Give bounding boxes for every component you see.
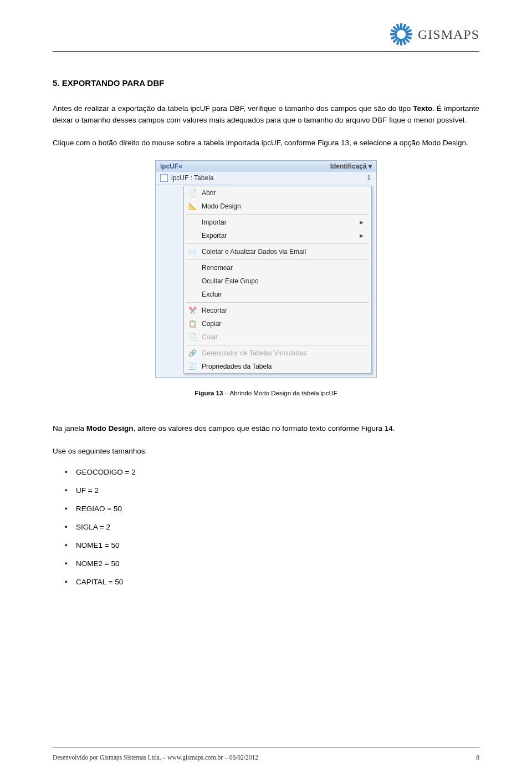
paragraph-2: Clique com o botão direito do mouse sobr… bbox=[53, 138, 479, 149]
svg-rect-3 bbox=[406, 33, 412, 35]
menu-renomear-label: Renomear bbox=[202, 264, 233, 272]
figure-13-caption: Figura 13 – Abrindo Modo Design da tabel… bbox=[53, 389, 479, 399]
size-item-geocodigo: GEOCODIGO = 2 bbox=[76, 468, 479, 476]
footer-left: Desenvolvido por Gismaps Sistemas Ltda. … bbox=[53, 754, 258, 761]
copy-icon: 📋 bbox=[187, 319, 197, 328]
design-icon: 📐 bbox=[187, 202, 197, 211]
para1-bold: Texto bbox=[413, 104, 432, 113]
menu-gerenciador: 🔗Gerenciador de Tabelas Vinculadas bbox=[184, 347, 371, 360]
export-icon bbox=[187, 231, 197, 240]
import-icon bbox=[187, 218, 197, 227]
paragraph-3: Na janela Modo Design, altere os valores… bbox=[53, 423, 479, 435]
footer-divider bbox=[53, 747, 479, 747]
para3-bold: Modo Design bbox=[86, 424, 134, 432]
menu-coletar[interactable]: ✉️Coletar e Atualizar Dados via Email bbox=[184, 245, 371, 258]
menu-abrir-label: Abrir bbox=[202, 189, 216, 197]
menu-coletar-label: Coletar e Atualizar Dados via Email bbox=[202, 248, 306, 256]
size-item-regiao: REGIAO = 50 bbox=[76, 505, 479, 513]
open-icon: 📄 bbox=[187, 189, 197, 197]
paragraph-1: Antes de realizar a exportação da tabela… bbox=[53, 103, 479, 126]
menu-excluir[interactable]: Excluir bbox=[184, 288, 371, 301]
menu-copiar-label: Copiar bbox=[202, 320, 221, 328]
cut-icon: ✂️ bbox=[187, 306, 197, 315]
tab-label: Identificaçã bbox=[330, 162, 367, 170]
para3-a: Na janela bbox=[53, 424, 86, 432]
menu-colar: 📄Colar bbox=[184, 330, 371, 344]
size-item-capital: CAPITAL = 50 bbox=[76, 578, 479, 586]
menu-renomear[interactable]: Renomear bbox=[184, 261, 371, 274]
menu-copiar[interactable]: 📋Copiar bbox=[184, 317, 371, 330]
nav-pane-title: ipcUF bbox=[160, 162, 178, 170]
svg-rect-2 bbox=[390, 33, 397, 35]
paste-icon: 📄 bbox=[187, 333, 197, 342]
header-divider bbox=[53, 51, 479, 52]
para3-c: , altere os valores dos campos que estão… bbox=[134, 424, 395, 432]
size-item-sigla: SIGLA = 2 bbox=[76, 523, 479, 531]
row-number: 1 bbox=[233, 172, 376, 182]
properties-icon: 🧾 bbox=[187, 362, 197, 371]
menu-importar-label: Importar bbox=[202, 218, 227, 226]
menu-recortar-label: Recortar bbox=[202, 307, 227, 314]
logo: GISMAPS bbox=[389, 22, 479, 47]
logo-text: GISMAPS bbox=[418, 27, 479, 42]
footer-page-number: 8 bbox=[476, 754, 479, 761]
delete-icon bbox=[187, 290, 197, 299]
hide-icon bbox=[187, 277, 197, 286]
nav-pane-chevron-icon: « bbox=[178, 162, 182, 170]
size-item-nome2: NOME2 = 50 bbox=[76, 559, 479, 568]
menu-exportar-label: Exportar bbox=[202, 232, 227, 240]
menu-modo-design[interactable]: 📐Modo Design bbox=[184, 200, 371, 213]
email-icon: ✉️ bbox=[187, 247, 197, 256]
size-item-uf: UF = 2 bbox=[76, 486, 479, 495]
section-heading: 5. EXPORTANDO PARA DBF bbox=[53, 78, 479, 88]
page-header: GISMAPS bbox=[53, 22, 479, 47]
caption-rest: – Abrindo Modo Design da tabela ipcUF bbox=[223, 390, 337, 396]
menu-excluir-label: Excluir bbox=[202, 291, 222, 298]
table-icon bbox=[160, 174, 168, 182]
chevron-right-icon: ▶ bbox=[360, 233, 364, 238]
page-footer: Desenvolvido por Gismaps Sistemas Ltda. … bbox=[53, 754, 479, 761]
menu-exportar[interactable]: Exportar▶ bbox=[184, 229, 371, 242]
menu-propriedades[interactable]: 🧾Propriedades da Tabela bbox=[184, 360, 371, 373]
gismaps-logo-icon bbox=[389, 22, 413, 47]
svg-rect-0 bbox=[400, 23, 402, 30]
svg-rect-1 bbox=[400, 39, 402, 45]
menu-colar-label: Colar bbox=[202, 333, 218, 341]
menu-importar[interactable]: Importar▶ bbox=[184, 216, 371, 229]
para1-part-a: Antes de realizar a exportação da tabela… bbox=[53, 104, 413, 113]
menu-abrir[interactable]: 📄Abrir bbox=[184, 186, 371, 200]
nav-pane-header: ipcUF « Identificaçã ▾ bbox=[156, 161, 376, 172]
menu-ocultar-label: Ocultar Este Grupo bbox=[202, 277, 259, 285]
menu-gerenciador-label: Gerenciador de Tabelas Vinculadas bbox=[202, 349, 306, 357]
menu-ocultar[interactable]: Ocultar Este Grupo bbox=[184, 274, 371, 288]
caption-prefix: Figura 13 bbox=[195, 390, 223, 396]
chevron-right-icon: ▶ bbox=[360, 220, 364, 225]
linked-tables-icon: 🔗 bbox=[187, 349, 197, 358]
context-menu: 📄Abrir 📐Modo Design Importar▶ Exportar▶ … bbox=[183, 186, 372, 374]
nav-table-item[interactable]: ipcUF : Tabela bbox=[156, 172, 233, 185]
figure-13-screenshot: ipcUF « Identificaçã ▾ ipcUF : Tabela 1 … bbox=[53, 160, 479, 378]
menu-modo-design-label: Modo Design bbox=[202, 202, 241, 210]
sizes-list: GEOCODIGO = 2 UF = 2 REGIAO = 50 SIGLA =… bbox=[53, 468, 479, 586]
sizes-intro: Use os seguintes tamanhos: bbox=[53, 446, 479, 457]
menu-recortar[interactable]: ✂️Recortar bbox=[184, 304, 371, 317]
menu-propriedades-label: Propriedades da Tabela bbox=[202, 363, 272, 370]
size-item-nome1: NOME1 = 50 bbox=[76, 541, 479, 549]
rename-icon bbox=[187, 263, 197, 272]
nav-table-label: ipcUF : Tabela bbox=[171, 174, 213, 182]
